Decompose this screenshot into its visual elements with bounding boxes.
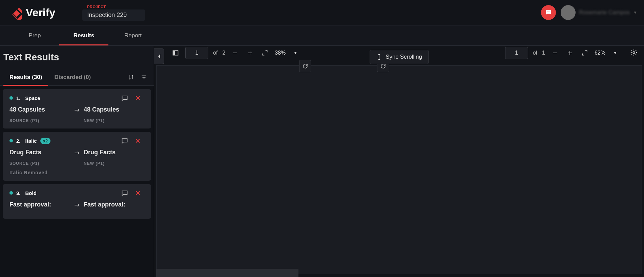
source-meta: SOURCE (P1) [9,161,70,166]
tab-results[interactable]: Results [59,25,108,45]
arrow-right-icon [70,201,84,209]
svg-point-5 [549,12,550,12]
results-sub-tabs: Results (30) Discarded (0) [0,69,154,86]
sync-icon [376,54,382,60]
new-text: Drug Facts [84,149,144,156]
sidebar-title: Text Results [0,46,154,69]
chevron-down-icon: ▼ [294,51,297,55]
project-label: PROJECT [82,5,145,9]
discard-button[interactable] [131,95,144,101]
left-page-input[interactable] [185,47,208,59]
source-text: Fast approval: [9,201,70,208]
results-list[interactable]: 1. Space 48 Capsules 48 Capsules [0,86,154,277]
status-dot-icon [9,139,13,142]
chevron-down-icon: ▼ [614,51,617,55]
source-text: Drug Facts [9,149,70,156]
minus-icon [552,50,558,56]
new-text: Fast approval: [84,201,144,208]
project-name: Inspection 229 [82,9,145,21]
right-page-input[interactable] [505,47,528,59]
source-text: 48 Capsules [9,106,70,113]
sub-tab-results[interactable]: Results (30) [3,69,48,85]
result-card[interactable]: 2. Italic x2 Drug Facts Dr [3,132,151,181]
discard-button[interactable] [131,138,144,144]
panel-icon [172,50,179,56]
avatar [561,5,576,20]
doc-bottom-strip [156,269,298,277]
result-note: Italic Removed [9,170,144,175]
filter-button[interactable] [138,74,150,80]
source-meta: SOURCE (P1) [9,118,70,123]
zoom-dropdown[interactable]: ▼ [290,48,300,58]
result-card[interactable]: 1. Space 48 Capsules 48 Capsules [3,89,151,128]
count-badge: x2 [40,138,50,144]
collapse-sidebar-button[interactable] [154,48,164,64]
zoom-in-button[interactable] [245,48,255,58]
main-tabs: Prep Results Report [0,25,644,46]
plus-icon [247,50,253,56]
right-zoom-level: 62% [595,50,605,56]
zoom-in-button[interactable] [565,48,575,58]
plus-icon [567,50,573,56]
left-doc-toolbar: of 2 38% ▼ [170,46,300,60]
logo-icon [7,5,22,20]
new-meta: NEW (P1) [84,118,144,123]
comment-button[interactable] [118,190,131,196]
document-canvas[interactable] [156,65,642,274]
new-meta: NEW (P1) [84,161,144,166]
project-selector[interactable]: PROJECT Inspection 229 [82,5,145,21]
of-label: of [213,50,217,56]
result-card[interactable]: 3. Bold Fast approval: Fast approval [3,184,151,219]
rotate-left-doc-button[interactable] [299,60,311,72]
result-index: 2. [16,138,21,144]
sort-icon [128,74,134,80]
new-text: 48 Capsules [84,106,144,113]
logo-text: Verify [26,6,55,19]
zoom-out-button[interactable] [550,48,560,58]
comment-button[interactable] [118,137,131,144]
result-index: 3. [16,190,21,196]
fit-button[interactable] [580,48,590,58]
right-doc-toolbar: of 1 62% ▼ [505,46,620,60]
user-menu[interactable]: Rosemarie Campos ▼ [561,5,637,20]
panel-toggle-button[interactable] [170,48,181,58]
chat-button[interactable] [541,5,556,20]
fit-button[interactable] [260,48,270,58]
sync-scrolling-button[interactable]: Sync Scrolling [370,50,429,64]
close-icon [135,138,141,144]
logo: Verify [7,5,55,20]
arrow-right-icon [70,106,84,114]
status-dot-icon [9,191,13,195]
tab-prep[interactable]: Prep [10,25,59,45]
zoom-dropdown[interactable]: ▼ [610,48,620,58]
result-type: Space [25,95,40,101]
chat-icon [545,9,552,16]
arrow-right-icon [70,149,84,156]
app-header: Verify PROJECT Inspection 229 Rosemarie … [0,0,644,25]
rotate-icon [302,63,308,69]
chevron-down-icon: ▼ [633,10,637,15]
comment-icon [121,95,128,101]
discard-button[interactable] [131,190,144,196]
results-sidebar: Text Results Results (30) Discarded (0) … [0,46,154,277]
username: Rosemarie Campos [579,9,630,16]
sub-tab-discarded[interactable]: Discarded (0) [48,69,97,85]
result-type: Bold [25,190,37,196]
close-icon [135,190,141,196]
svg-rect-7 [173,51,175,55]
tab-report[interactable]: Report [108,25,158,45]
chevron-left-icon [158,54,161,59]
zoom-out-button[interactable] [230,48,240,58]
left-zoom-level: 38% [275,50,286,56]
minus-icon [232,50,238,56]
comment-icon [121,190,128,196]
sort-button[interactable] [125,74,138,80]
close-icon [135,95,141,101]
settings-button[interactable] [628,47,639,58]
fit-icon [262,50,268,56]
document-viewer: of 2 38% ▼ of 1 [154,46,644,277]
status-dot-icon [9,96,13,100]
of-label: of [533,50,537,56]
comment-button[interactable] [118,95,131,101]
right-total-pages: 1 [542,50,545,56]
